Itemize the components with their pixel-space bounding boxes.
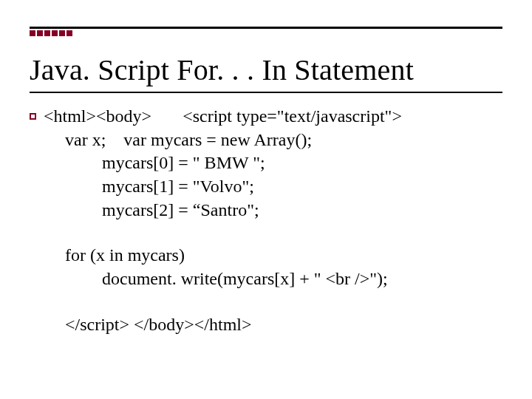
code-line-6: for (x in mycars) (30, 244, 502, 267)
title-rule (30, 92, 502, 93)
code-line-4: mycars[1] = "Volvo"; (30, 175, 502, 199)
code-line-3: mycars[0] = " BMW "; (30, 151, 502, 175)
blank-line (30, 222, 502, 244)
accent-square (59, 30, 65, 36)
accent-square (37, 30, 43, 36)
blank-line (30, 291, 502, 313)
accent-square (44, 30, 50, 36)
top-accent (30, 30, 502, 36)
accent-square (52, 30, 58, 36)
accent-square (30, 30, 35, 36)
top-rule (30, 27, 502, 29)
code-line-2: var x; var mycars = new Array(); (30, 129, 502, 152)
accent-square (66, 30, 72, 36)
code-line-7: document. write(mycars[x] + " <br />"); (30, 267, 502, 291)
code-line-1-row: <html><body> <script type="text/javascri… (30, 105, 502, 129)
slide: Java. Script For. . . In Statement <html… (0, 0, 532, 399)
code-line-1: <html><body> <script type="text/javascri… (44, 105, 402, 129)
code-line-8: </script> </body></html> (30, 313, 502, 337)
slide-title: Java. Script For. . . In Statement (30, 52, 502, 87)
bullet-icon (30, 113, 36, 120)
code-line-5: mycars[2] = “Santro"; (30, 199, 502, 222)
code-block: <html><body> <script type="text/javascri… (30, 105, 502, 336)
